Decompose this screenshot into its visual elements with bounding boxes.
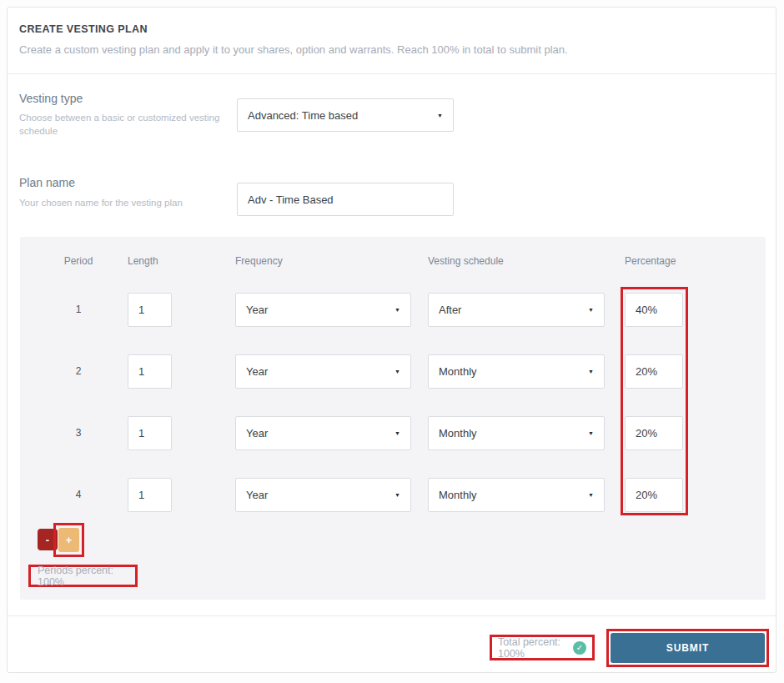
vesting-schedule-select[interactable]: Monthly ▼: [428, 416, 605, 450]
chevron-down-icon: ▼: [395, 369, 400, 374]
percentage-input[interactable]: [625, 293, 683, 327]
frequency-selected-value: Year: [246, 427, 268, 439]
frequency-select[interactable]: Year ▼: [235, 478, 411, 512]
percentage-input[interactable]: [625, 478, 683, 512]
vesting-schedule-selected-value: Monthly: [439, 365, 477, 378]
column-header-frequency: Frequency: [235, 255, 283, 267]
length-input[interactable]: [128, 354, 172, 389]
vesting-type-label: Vesting type: [19, 92, 83, 105]
chevron-down-icon: ▼: [395, 307, 400, 313]
plan-name-label: Plan name: [19, 176, 75, 189]
page: CREATE VESTING PLAN Create a custom vest…: [0, 0, 784, 683]
length-input[interactable]: [128, 416, 172, 450]
plan-name-input[interactable]: [237, 183, 454, 216]
total-percent-label: Total percent: 100%: [498, 636, 568, 660]
chevron-down-icon: ▼: [395, 492, 400, 498]
vesting-schedule-select[interactable]: Monthly ▼: [428, 354, 605, 389]
header-divider: [8, 73, 776, 74]
frequency-selected-value: Year: [246, 489, 268, 501]
period-number: 4: [59, 478, 98, 512]
add-period-annotation-box: +: [53, 523, 84, 557]
chevron-down-icon: ▼: [395, 430, 400, 436]
chevron-down-icon: ▼: [588, 369, 594, 374]
frequency-select[interactable]: Year ▼: [235, 293, 411, 327]
chevron-down-icon: ▼: [588, 307, 594, 313]
submit-button[interactable]: SUBMIT: [611, 633, 765, 663]
frequency-select[interactable]: Year ▼: [235, 354, 411, 389]
vesting-schedule-selected-value: Monthly: [439, 427, 477, 439]
create-vesting-plan-card: CREATE VESTING PLAN Create a custom vest…: [7, 7, 776, 673]
length-input[interactable]: [128, 293, 172, 327]
table-row: 3 Year ▼ Monthly ▼: [20, 416, 766, 450]
chevron-down-icon: ▼: [437, 113, 443, 118]
vesting-schedule-select[interactable]: Monthly ▼: [428, 478, 605, 512]
table-row: 2 Year ▼ Monthly ▼: [20, 354, 766, 389]
plan-name-description: Your chosen name for the vesting plan: [19, 196, 233, 209]
column-header-percentage: Percentage: [625, 255, 676, 267]
footer-divider: [8, 615, 776, 616]
periods-table-panel: Period Length Frequency Vesting schedule…: [20, 237, 766, 600]
column-header-vesting-schedule: Vesting schedule: [428, 255, 504, 267]
check-circle-icon: ✓: [573, 641, 586, 655]
percentage-input[interactable]: [625, 416, 683, 450]
period-number: 1: [59, 293, 98, 327]
frequency-selected-value: Year: [246, 304, 268, 316]
percentage-input[interactable]: [625, 354, 683, 389]
vesting-schedule-selected-value: Monthly: [439, 489, 477, 501]
chevron-down-icon: ▼: [588, 492, 594, 498]
period-number: 2: [59, 354, 98, 389]
page-subtitle: Create a custom vesting plan and apply i…: [19, 43, 568, 56]
vesting-type-description: Choose between a basic or customized ves…: [19, 111, 233, 138]
add-period-button[interactable]: +: [58, 528, 79, 552]
vesting-type-selected-value: Advanced: Time based: [248, 109, 358, 122]
page-title: CREATE VESTING PLAN: [19, 23, 148, 35]
vesting-schedule-selected-value: After: [439, 304, 461, 316]
frequency-selected-value: Year: [246, 365, 268, 378]
submit-annotation-box: SUBMIT: [606, 629, 769, 667]
periods-percent-annotation-box: Periods percent: 100%: [28, 565, 138, 587]
vesting-type-select[interactable]: Advanced: Time based ▼: [237, 98, 454, 132]
table-row: 4 Year ▼ Monthly ▼: [20, 478, 766, 512]
vesting-schedule-select[interactable]: After ▼: [428, 293, 605, 327]
column-header-period: Period: [59, 255, 98, 267]
total-percent-annotation-box: Total percent: 100% ✓: [490, 635, 595, 660]
frequency-select[interactable]: Year ▼: [235, 416, 411, 450]
period-number: 3: [59, 416, 98, 450]
column-header-length: Length: [128, 255, 158, 267]
length-input[interactable]: [128, 478, 172, 512]
periods-percent-total: Periods percent: 100%: [38, 565, 135, 588]
chevron-down-icon: ▼: [588, 430, 594, 436]
table-row: 1 Year ▼ After ▼: [20, 293, 766, 327]
